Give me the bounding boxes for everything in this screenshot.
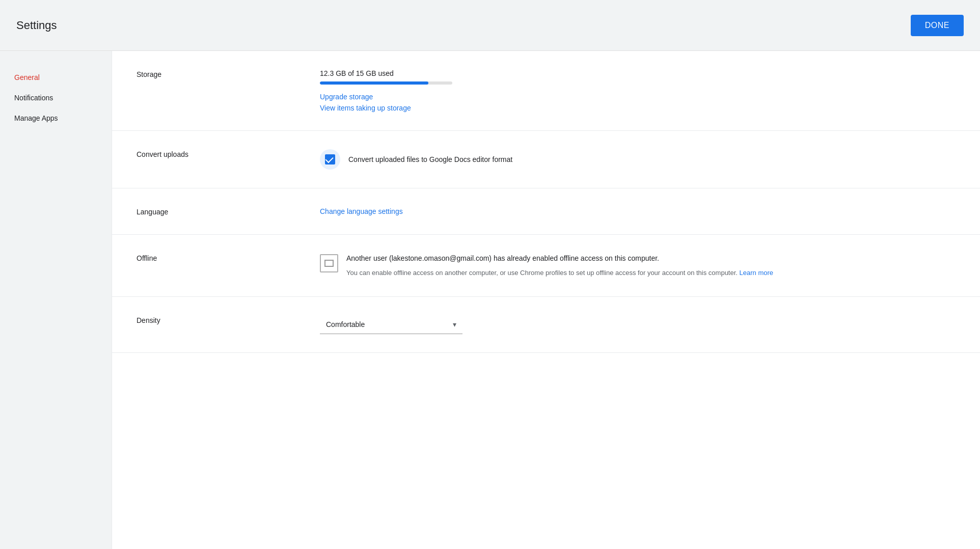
sidebar-item-manage-apps[interactable]: Manage Apps: [0, 108, 112, 128]
convert-uploads-content: Convert uploaded files to Google Docs ed…: [320, 149, 956, 170]
done-button[interactable]: DONE: [911, 15, 964, 36]
density-current-value: Comfortable: [326, 320, 365, 328]
chevron-down-icon: ▾: [453, 320, 456, 328]
storage-bar-container: [320, 81, 452, 85]
storage-label: Storage: [137, 69, 320, 78]
settings-content: Storage 12.3 GB of 15 GB used Upgrade st…: [112, 51, 980, 549]
convert-uploads-row: Convert uploaded files to Google Docs ed…: [320, 149, 956, 170]
view-storage-link[interactable]: View items taking up storage: [320, 104, 956, 112]
learn-more-link[interactable]: Learn more: [740, 269, 773, 277]
offline-content: Another user (lakestone.omason@gmail.com…: [320, 253, 956, 278]
offline-label: Offline: [137, 253, 320, 262]
language-content: Change language settings: [320, 207, 956, 216]
density-select-wrapper: Comfortable ▾: [320, 315, 462, 334]
storage-used-text: 12.3 GB of 15 GB used: [320, 69, 956, 77]
sidebar-item-notifications[interactable]: Notifications: [0, 88, 112, 108]
convert-uploads-label: Convert uploads: [137, 149, 320, 158]
density-label: Density: [137, 315, 320, 324]
header: Settings DONE: [0, 0, 980, 51]
upgrade-storage-link[interactable]: Upgrade storage: [320, 93, 956, 101]
offline-checkbox[interactable]: [320, 254, 338, 272]
convert-uploads-checkbox[interactable]: [325, 154, 335, 164]
storage-bar-fill: [320, 81, 428, 85]
offline-section: Offline Another user (lakestone.omason@g…: [112, 235, 980, 297]
offline-checkbox-inner: [324, 260, 334, 267]
language-label: Language: [137, 207, 320, 216]
storage-links: Upgrade storage View items taking up sto…: [320, 93, 956, 112]
offline-text-block: Another user (lakestone.omason@gmail.com…: [346, 253, 956, 278]
language-section: Language Change language settings: [112, 188, 980, 235]
convert-uploads-text: Convert uploaded files to Google Docs ed…: [348, 155, 512, 163]
page-title: Settings: [16, 19, 57, 32]
density-select[interactable]: Comfortable ▾: [320, 315, 462, 334]
offline-sub-text: You can enable offline access on another…: [346, 268, 956, 278]
convert-uploads-checkbox-wrapper[interactable]: [320, 149, 340, 170]
storage-section: Storage 12.3 GB of 15 GB used Upgrade st…: [112, 51, 980, 131]
sidebar: General Notifications Manage Apps: [0, 51, 112, 549]
sidebar-item-general[interactable]: General: [0, 67, 112, 88]
change-language-link[interactable]: Change language settings: [320, 207, 403, 215]
offline-main-text: Another user (lakestone.omason@gmail.com…: [346, 253, 956, 264]
density-section: Density Comfortable ▾: [112, 297, 980, 353]
offline-row: Another user (lakestone.omason@gmail.com…: [320, 253, 956, 278]
convert-uploads-section: Convert uploads Convert uploaded files t…: [112, 131, 980, 188]
storage-content: 12.3 GB of 15 GB used Upgrade storage Vi…: [320, 69, 956, 112]
density-content: Comfortable ▾: [320, 315, 956, 334]
main-layout: General Notifications Manage Apps Storag…: [0, 51, 980, 549]
